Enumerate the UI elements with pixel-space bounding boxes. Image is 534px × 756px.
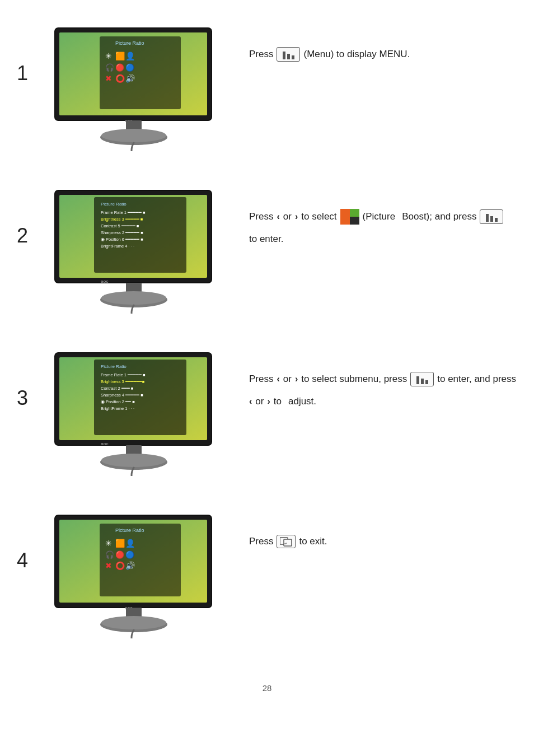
chevron-left-3a: ‹ bbox=[277, 370, 279, 388]
instruction-line-3: Press ‹ or › to select submenu, press to… bbox=[249, 370, 517, 411]
svg-text:Picture Ratio: Picture Ratio bbox=[101, 202, 127, 207]
svg-text:BrightFrame       4 · · ·: BrightFrame 4 · · · bbox=[101, 244, 134, 249]
to-adjust-3: to bbox=[274, 392, 282, 411]
svg-text:Brightness        3 ━━━━━━■: Brightness 3 ━━━━━━■ bbox=[101, 379, 145, 384]
svg-text:Frame Rate        1 ━━━━━ ■: Frame Rate 1 ━━━━━ ■ bbox=[101, 210, 146, 215]
svg-rect-35 bbox=[353, 219, 357, 223]
svg-text:🎧: 🎧 bbox=[105, 63, 115, 72]
monitor-area-4: Picture Ratio ✳ 🟧 👤 🎧 🔴 🔵 ✖ ⭕ 🔊 aoc bbox=[48, 510, 221, 638]
svg-text:Sharpness         4 ━━━━━ ■: Sharpness 4 ━━━━━ ■ bbox=[101, 393, 143, 398]
page-number: 28 bbox=[17, 683, 517, 693]
press-label-4: Press bbox=[249, 532, 273, 551]
svg-text:✳: ✳ bbox=[105, 539, 112, 548]
svg-text:Contrast          5 ━━━━━ ■: Contrast 5 ━━━━━ ■ bbox=[101, 223, 139, 228]
instruction-text-1: (Menu) to display MENU. bbox=[303, 45, 410, 64]
svg-text:◉ Position         6 ━━━━━ ■: ◉ Position 6 ━━━━━ ■ bbox=[101, 237, 143, 242]
press-label-3: Press bbox=[249, 370, 273, 389]
svg-point-49 bbox=[101, 454, 166, 467]
chevron-left-3b: ‹ bbox=[249, 393, 252, 410]
menu-button-icon-3 bbox=[410, 372, 434, 386]
svg-rect-33 bbox=[350, 209, 359, 217]
svg-text:✖: ✖ bbox=[105, 74, 112, 83]
svg-text:👤: 👤 bbox=[125, 539, 135, 548]
to-enter-3: to enter, and press bbox=[437, 370, 516, 389]
monitor-area-3: Picture Ratio Frame Rate 1 ━━━━━ ■ Brigh… bbox=[48, 347, 221, 476]
svg-text:Picture Ratio: Picture Ratio bbox=[115, 40, 144, 46]
monitor-svg-4: Picture Ratio ✳ 🟧 👤 🎧 🔴 🔵 ✖ ⭕ 🔊 aoc bbox=[49, 510, 220, 638]
svg-text:Frame Rate        1 ━━━━━ ■: Frame Rate 1 ━━━━━ ■ bbox=[101, 372, 146, 377]
svg-text:🔴: 🔴 bbox=[115, 63, 125, 72]
svg-point-66 bbox=[101, 616, 166, 629]
svg-text:⭕: ⭕ bbox=[115, 561, 125, 571]
svg-text:BrightFrame       1 · · ·: BrightFrame 1 · · · bbox=[101, 406, 134, 411]
svg-text:Contrast          2 ━━━ ■: Contrast 2 ━━━ ■ bbox=[101, 386, 134, 391]
monitor-svg-1: Picture Ratio ✳ 🟧 👤 🎧 🔴 🔵 ✖ ⭕ 🔊 aoc bbox=[49, 22, 220, 151]
svg-text:aoc: aoc bbox=[101, 441, 109, 446]
submenu-text-3: to select submenu, press bbox=[301, 370, 407, 389]
svg-text:🔴: 🔴 bbox=[115, 550, 125, 559]
press-label-1: Press bbox=[249, 45, 273, 64]
exit-button-icon: ↵ bbox=[277, 535, 296, 548]
instruction-line-2: Press ‹ or › to select (Picture Boost); … bbox=[249, 207, 517, 249]
svg-text:Picture Ratio: Picture Ratio bbox=[101, 364, 127, 369]
svg-text:Sharpness         2 ━━━━━ ■: Sharpness 2 ━━━━━ ■ bbox=[101, 230, 143, 235]
step-number-1: 1 bbox=[17, 22, 48, 85]
chevron-right-2a: › bbox=[295, 208, 298, 226]
menu-button-icon-2 bbox=[480, 209, 503, 224]
instruction-line-4: Press ↵ to exit. bbox=[249, 532, 517, 551]
step-row-3: 3 Picture Ratio Frame Rate 1 ━━━━━ ■ Bri… bbox=[17, 347, 517, 493]
instruction-area-1: Press (Menu) to display MENU. bbox=[221, 22, 517, 64]
svg-point-17 bbox=[101, 129, 166, 142]
chevron-right-3a: › bbox=[295, 370, 298, 388]
instruction-area-4: Press ↵ to exit. bbox=[221, 510, 517, 551]
svg-text:🟧: 🟧 bbox=[115, 539, 125, 548]
monitor-area-1: Picture Ratio ✳ 🟧 👤 🎧 🔴 🔵 ✖ ⭕ 🔊 aoc bbox=[48, 22, 221, 151]
page-container: 1 Picture Ratio ✳ bbox=[0, 0, 534, 726]
boost-label: Boost); and press bbox=[402, 207, 476, 226]
chevron-right-3b: › bbox=[267, 393, 270, 410]
svg-text:🔊: 🔊 bbox=[125, 74, 135, 83]
to-enter-label-2: to enter. bbox=[249, 230, 283, 249]
step-row-4: 4 Picture Ratio ✳ 🟧 👤 🎧 🔴 bbox=[17, 510, 517, 655]
svg-rect-52 bbox=[100, 524, 181, 596]
svg-text:⭕: ⭕ bbox=[115, 74, 125, 83]
svg-text:🔊: 🔊 bbox=[125, 561, 135, 571]
svg-text:✖: ✖ bbox=[105, 561, 112, 570]
press-label-2: Press bbox=[249, 207, 273, 226]
monitor-area-2: Picture Ratio Frame Rate 1 ━━━━━ ■ Brigh… bbox=[48, 185, 221, 314]
svg-point-31 bbox=[101, 291, 166, 305]
svg-text:👤: 👤 bbox=[125, 52, 135, 61]
instruction-area-2: Press ‹ or › to select (Picture Boost); … bbox=[221, 185, 517, 249]
picture-boost-icon bbox=[340, 209, 359, 225]
step-row-1: 1 Picture Ratio ✳ bbox=[17, 22, 517, 168]
to-exit-label-4: to exit. bbox=[299, 532, 327, 551]
svg-text:aoc: aoc bbox=[101, 279, 109, 284]
menu-button-icon-1 bbox=[277, 47, 300, 62]
chevron-left-2a: ‹ bbox=[277, 208, 279, 226]
monitor-svg-2: Picture Ratio Frame Rate 1 ━━━━━ ■ Brigh… bbox=[49, 185, 220, 314]
svg-text:🔵: 🔵 bbox=[125, 550, 135, 559]
svg-text:Brightness        3 ━━━━━ ■: Brightness 3 ━━━━━ ■ bbox=[101, 217, 143, 222]
svg-text:🔵: 🔵 bbox=[125, 63, 135, 72]
instruction-area-3: Press ‹ or › to select submenu, press to… bbox=[221, 347, 517, 411]
svg-text:Picture Ratio: Picture Ratio bbox=[115, 528, 144, 533]
picture-boost-label: (Picture bbox=[363, 207, 396, 226]
svg-rect-3 bbox=[100, 36, 181, 109]
step-number-2: 2 bbox=[17, 185, 48, 248]
to-select-label-2: to select bbox=[301, 207, 336, 226]
step-number-4: 4 bbox=[17, 510, 48, 572]
monitor-svg-3: Picture Ratio Frame Rate 1 ━━━━━ ■ Brigh… bbox=[49, 347, 220, 476]
or-label-3b: or bbox=[255, 392, 264, 411]
svg-text:🟧: 🟧 bbox=[115, 52, 125, 61]
or-label-2a: or bbox=[283, 207, 292, 226]
svg-text:↵: ↵ bbox=[284, 542, 288, 545]
instruction-line-1: Press (Menu) to display MENU. bbox=[249, 45, 517, 64]
adjust-label-3: adjust. bbox=[288, 392, 316, 411]
svg-text:◉ Position         2 ━━ ■: ◉ Position 2 ━━ ■ bbox=[101, 399, 135, 404]
step-row-2: 2 Picture Ratio Frame Rate 1 ━━━━━ ■ Bri… bbox=[17, 185, 517, 330]
or-label-3a: or bbox=[283, 370, 292, 389]
svg-text:✳: ✳ bbox=[105, 52, 112, 60]
svg-text:🎧: 🎧 bbox=[105, 550, 115, 559]
step-number-3: 3 bbox=[17, 347, 48, 410]
